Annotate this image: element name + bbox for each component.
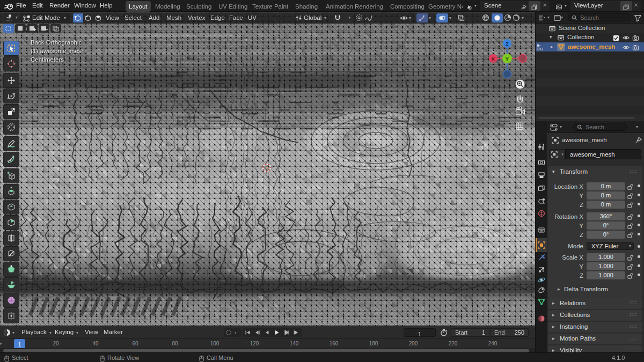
svg-text:Y: Y — [506, 56, 509, 62]
svg-text:X: X — [492, 56, 495, 62]
svg-text:Z: Z — [506, 41, 509, 47]
